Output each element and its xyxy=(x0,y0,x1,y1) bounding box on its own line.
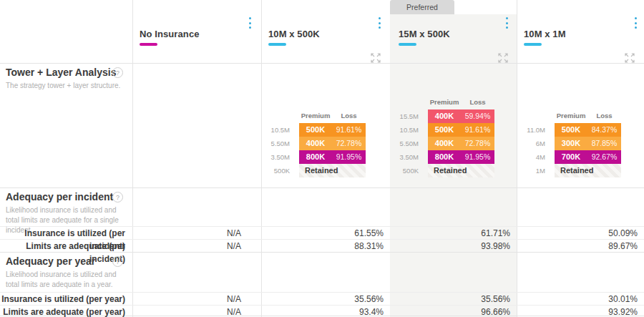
tower-loss-ratio-header: Loss Ratio xyxy=(461,97,494,107)
tower-premium-header: Premium xyxy=(428,97,461,107)
tower-layer-loss-ratio: 92.67% xyxy=(587,150,621,164)
column-header-no-insurance[interactable]: No Insurance xyxy=(140,29,200,46)
tower-layer-loss-ratio: 72.78% xyxy=(332,137,366,150)
tower-layer-loss-ratio: 72.78% xyxy=(461,137,494,150)
tower-loss-ratio-header: Loss Ratio xyxy=(587,111,621,121)
tower-retained-limit-label: 1M xyxy=(517,164,555,177)
metric-value: 61.71% xyxy=(390,227,517,240)
metric-row-label: Limits are adequate (per year) xyxy=(0,306,125,317)
tower-layer-premium: 700K xyxy=(555,150,587,164)
tower-layer-premium: 400K xyxy=(299,137,332,150)
metric-value: 89.67% xyxy=(517,240,644,253)
tower-layer-premium: 400K xyxy=(428,109,461,123)
section-title-tower-layer-analysis: Tower + Layer Analysis xyxy=(6,67,116,78)
tower-retained-limit-label: 500K xyxy=(390,164,428,177)
strategy-color-swatch xyxy=(268,43,286,46)
expand-icon[interactable] xyxy=(371,53,381,63)
tower-retained-layer: Retained xyxy=(299,164,366,177)
column-divider xyxy=(132,0,133,317)
kebab-menu-icon[interactable] xyxy=(246,17,253,29)
column-title: 10M x 500K xyxy=(268,29,320,39)
tower-layer-premium: 400K xyxy=(428,137,461,150)
metric-value: 93.98% xyxy=(390,240,517,253)
tower-limit-label: 3.50M xyxy=(390,150,428,164)
tower-layer-premium: 500K xyxy=(299,123,332,137)
metric-value: 93.4% xyxy=(261,306,390,317)
metric-value: N/A xyxy=(132,306,261,317)
expand-icon[interactable] xyxy=(498,53,508,63)
help-icon[interactable]: ? xyxy=(112,256,123,267)
tower-loss-ratio-header: Loss Ratio xyxy=(332,111,366,121)
tower-limit-label: 3.50M xyxy=(261,150,299,164)
tower-limit-label: 15.5M xyxy=(390,109,428,123)
section-description: The strategy tower + layer structure. xyxy=(6,81,129,91)
tower-chart-10m-x-500k: Premium Loss Ratio 10.5M 500K 91.61% 5.5… xyxy=(261,111,366,177)
tower-limit-label: 11.0M xyxy=(517,123,555,137)
tower-layer-premium: 500K xyxy=(555,123,587,137)
tower-layer-loss-ratio: 84.37% xyxy=(587,123,621,137)
tower-layer-premium: 300K xyxy=(555,137,587,150)
column-title: 10M x 1M xyxy=(524,29,566,39)
tower-chart-15m-x-500k: Premium Loss Ratio 15.5M 400K 59.94% 10.… xyxy=(390,97,494,177)
tower-retained-limit-label: 500K xyxy=(261,164,299,177)
tower-layer-loss-ratio: 59.94% xyxy=(461,109,494,123)
kebab-menu-icon[interactable] xyxy=(503,17,510,29)
tower-layer-premium: 500K xyxy=(428,123,461,137)
metric-row-label: Insurance is utilized (per year) xyxy=(0,293,125,306)
metric-value: 93.92% xyxy=(517,306,644,317)
column-header-10m-x-500k[interactable]: 10M x 500K xyxy=(268,29,320,46)
tower-layer-loss-ratio: 91.95% xyxy=(461,150,494,164)
strategy-color-swatch xyxy=(399,43,416,46)
tower-premium-header: Premium xyxy=(299,111,332,121)
strategy-comparison-table: Preferred No Insurance 10M x 500K 15M x … xyxy=(0,0,644,317)
tower-limit-label: 10.5M xyxy=(390,123,428,137)
metric-value: 35.56% xyxy=(261,293,390,306)
metric-row-label: Limits are adequate (per incident) xyxy=(0,240,125,253)
metric-value: 88.31% xyxy=(261,240,390,253)
tower-chart-10m-x-1m: Premium Loss Ratio 11.0M 500K 84.37% 6M … xyxy=(517,111,621,177)
tower-limit-label: 5.50M xyxy=(261,137,299,150)
tower-limit-label: 6M xyxy=(517,137,555,150)
metric-value: N/A xyxy=(132,293,261,306)
tower-limit-label: 10.5M xyxy=(261,123,299,137)
column-header-10m-x-1m[interactable]: 10M x 1M xyxy=(524,29,566,46)
metric-value: 61.55% xyxy=(261,227,390,240)
metric-value: 96.66% xyxy=(390,306,517,317)
preferred-badge: Preferred xyxy=(390,0,454,14)
column-header-15m-x-500k[interactable]: 15M x 500K xyxy=(399,29,450,46)
strategy-color-swatch xyxy=(524,43,542,46)
metric-row-label: Insurance is utilized (per incident) xyxy=(0,227,125,240)
tower-limit-label: 4M xyxy=(517,150,555,164)
row-divider xyxy=(0,187,644,188)
expand-icon[interactable] xyxy=(625,53,635,63)
help-icon[interactable]: ? xyxy=(112,67,123,78)
tower-layer-loss-ratio: 91.61% xyxy=(461,123,494,137)
tower-layer-loss-ratio: 91.95% xyxy=(332,150,366,164)
column-title: 15M x 500K xyxy=(399,29,450,39)
tower-layer-loss-ratio: 91.61% xyxy=(332,123,366,137)
metric-value: 50.09% xyxy=(517,227,644,240)
row-divider xyxy=(0,63,644,64)
tower-retained-layer: Retained xyxy=(555,164,621,177)
tower-retained-layer: Retained xyxy=(428,164,494,177)
section-description: Likelihood insurance is utilized and tot… xyxy=(6,270,129,290)
help-icon[interactable]: ? xyxy=(112,192,123,203)
kebab-menu-icon[interactable] xyxy=(632,17,639,29)
tower-layer-premium: 800K xyxy=(428,150,461,164)
tower-premium-header: Premium xyxy=(555,111,587,121)
tower-limit-label: 5.50M xyxy=(390,137,428,150)
section-title-adequacy-per-incident: Adequacy per incident xyxy=(6,191,113,203)
metric-value: N/A xyxy=(132,240,261,253)
kebab-menu-icon[interactable] xyxy=(376,17,383,29)
metric-value: 30.01% xyxy=(517,293,644,306)
strategy-color-swatch xyxy=(140,43,157,46)
column-title: No Insurance xyxy=(140,29,200,39)
tower-layer-premium: 800K xyxy=(299,150,332,164)
section-title-adequacy-per-year: Adequacy per year xyxy=(6,255,95,267)
metric-value: N/A xyxy=(132,227,261,240)
metric-value: 35.56% xyxy=(390,293,517,306)
tower-layer-loss-ratio: 87.85% xyxy=(587,137,621,150)
